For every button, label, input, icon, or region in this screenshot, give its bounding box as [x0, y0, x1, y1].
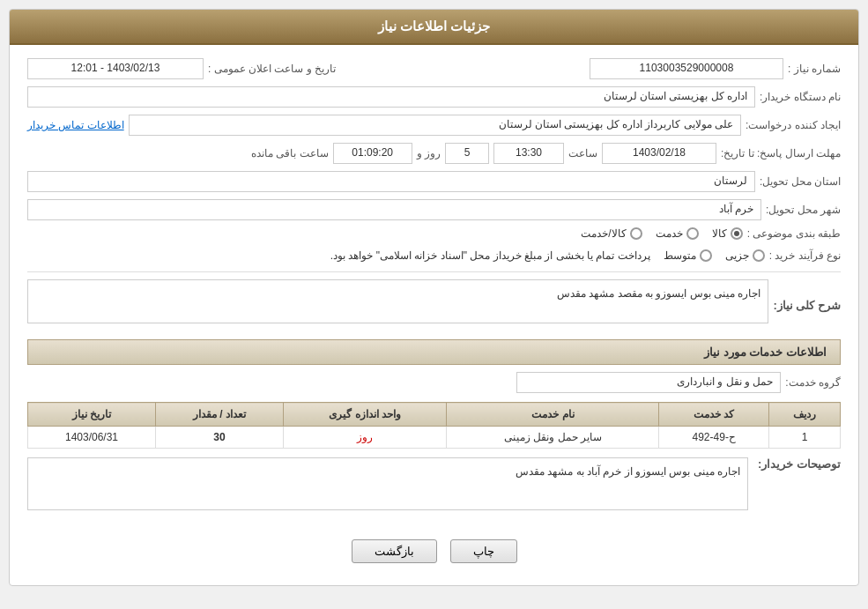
need-number-text: 1103003529000008 [640, 62, 734, 74]
cell-date: 1403/06/31 [28, 427, 156, 449]
page-title: جزئیات اطلاعات نیاز [10, 10, 858, 45]
general-desc-value: اجاره مینی بوس ایسوزو به مقصد مشهد مقدس [27, 279, 768, 323]
category-row: طبقه بندی موضوعی : کالا خدمت کالا/خدمت [27, 227, 841, 240]
province-row: استان محل تحویل: لرستان [27, 171, 841, 192]
creator-value: علی مولایی کاربرداز اداره کل بهزیستی است… [129, 115, 741, 136]
buyer-org-label: نام دستگاه خریدار: [760, 91, 841, 103]
purchase-type-label: نوع فرآیند خرید : [769, 249, 841, 262]
announce-value: 1403/02/13 - 12:01 [27, 58, 204, 79]
col-service-code: کد خدمت [659, 403, 769, 427]
purchase-type-row: نوع فرآیند خرید : جزیی متوسط پرداخت تمام… [27, 247, 841, 264]
buyer-desc-label: توصیحات خریدار: [753, 457, 841, 471]
table-row: 1 ح-49-492 سایر حمل ونقل زمینی روز 30 14… [28, 427, 841, 449]
radio-motavaset [700, 249, 712, 262]
creator-row: ایجاد کننده درخواست: علی مولایی کاربرداز… [27, 115, 841, 136]
purchase-note: پرداخت تمام یا بخشی از مبلغ خریداز محل "… [330, 247, 650, 264]
radio-kala [731, 227, 743, 240]
cell-service-code: ح-49-492 [659, 427, 769, 449]
deadline-days-label: روز و [417, 147, 441, 160]
cell-quantity: 30 [156, 427, 284, 449]
services-section-title: اطلاعات خدمات مورد نیاز [27, 339, 841, 365]
category-option-khedmat[interactable]: خدمت [656, 227, 699, 240]
purchase-type-motavaset[interactable]: متوسط [664, 249, 712, 262]
deadline-remaining-label: ساعت باقی مانده [251, 147, 329, 160]
category-option-kala-khedmat[interactable]: کالا/خدمت [581, 227, 642, 240]
service-group-value: حمل و نقل و انبارداری [516, 372, 781, 393]
deadline-days: 5 [445, 143, 489, 164]
announce-text: 1403/02/13 - 12:01 [71, 62, 160, 74]
purchase-type-jozi[interactable]: جزیی [725, 249, 765, 262]
main-card: جزئیات اطلاعات نیاز شماره نیاز : 1103003… [9, 9, 859, 586]
col-unit: واحد اندازه گیری [283, 403, 447, 427]
radio-jozi [753, 249, 765, 262]
col-date: تاریخ نیاز [28, 403, 156, 427]
province-label: استان محل تحویل: [760, 175, 841, 188]
radio-khedmat [686, 227, 699, 240]
deadline-row: مهلت ارسال پاسخ: تا تاریخ: 1403/02/18 سا… [27, 143, 841, 164]
services-table: ردیف کد خدمت نام خدمت واحد اندازه گیری ت… [27, 402, 841, 449]
category-radio-group: کالا خدمت کالا/خدمت [581, 227, 742, 240]
deadline-time: 13:30 [493, 143, 564, 164]
deadline-date: 1403/02/18 [602, 143, 716, 164]
announce-label: تاریخ و ساعت اعلان عمومی : [208, 63, 336, 75]
back-button[interactable]: بازگشت [352, 539, 437, 563]
buyer-desc-value: اجاره مینی بوس ایسوزو از خرم آباد به مشه… [27, 457, 748, 510]
creator-contact-link[interactable]: اطلاعات تماس خریدار [27, 119, 124, 131]
purchase-type-radio-group: جزیی متوسط [664, 249, 765, 262]
creator-label: ایجاد کننده درخواست: [746, 119, 841, 131]
buyer-org-row: نام دستگاه خریدار: اداره کل بهزیستی استا… [27, 86, 841, 108]
col-quantity: تعداد / مقدار [156, 403, 284, 427]
col-row-num: ردیف [769, 403, 841, 427]
category-option-kala[interactable]: کالا [712, 227, 743, 240]
province-value: لرستان [27, 171, 755, 192]
button-row: چاپ بازگشت [27, 531, 841, 572]
need-number-row: شماره نیاز : 1103003529000008 تاریخ و سا… [27, 58, 841, 79]
buyer-desc-row: توصیحات خریدار: اجاره مینی بوس ایسوزو از… [27, 457, 841, 517]
header-title: جزئیات اطلاعات نیاز [378, 19, 490, 33]
cell-service-name: سایر حمل ونقل زمینی [447, 427, 659, 449]
service-group-row: گروه خدمت: حمل و نقل و انبارداری [27, 372, 841, 393]
general-desc-row: شرح کلی نیاز: اجاره مینی بوس ایسوزو به م… [27, 279, 841, 330]
deadline-label: مهلت ارسال پاسخ: تا تاریخ: [721, 147, 841, 160]
print-button[interactable]: چاپ [450, 539, 517, 563]
city-value: خرم آباد [27, 199, 761, 220]
deadline-time-label: ساعت [568, 147, 597, 160]
divider1 [27, 271, 841, 272]
need-number-label: شماره نیاز : [788, 63, 841, 75]
buyer-org-value: اداره کل بهزیستی استان لرستان [27, 86, 755, 108]
col-service-name: نام خدمت [447, 403, 659, 427]
need-number-value: 1103003529000008 [590, 58, 783, 79]
cell-row-num: 1 [769, 427, 841, 449]
cell-unit: روز [283, 427, 447, 449]
city-row: شهر محل تحویل: خرم آباد [27, 199, 841, 220]
general-desc-label: شرح کلی نیاز: [773, 299, 841, 312]
radio-kala-khedmat [630, 227, 642, 240]
service-group-label: گروه خدمت: [785, 376, 841, 389]
deadline-remaining: 01:09:20 [333, 143, 412, 164]
services-table-section: ردیف کد خدمت نام خدمت واحد اندازه گیری ت… [27, 402, 841, 449]
category-label: طبقه بندی موضوعی : [747, 227, 841, 240]
city-label: شهر محل تحویل: [766, 204, 841, 216]
